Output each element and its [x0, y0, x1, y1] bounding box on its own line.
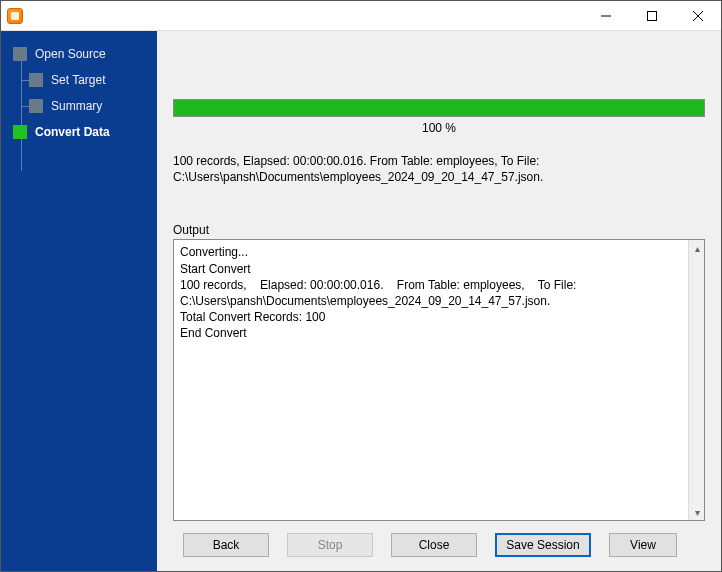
- step-box-icon: [29, 99, 43, 113]
- save-session-button[interactable]: Save Session: [495, 533, 591, 557]
- scroll-up-icon[interactable]: ▴: [689, 240, 705, 256]
- progress-bar: [173, 99, 705, 117]
- main-panel: 100 % 100 records, Elapsed: 00:00:00.016…: [157, 31, 721, 571]
- output-log[interactable]: Converting... Start Convert 100 records,…: [174, 240, 688, 520]
- maximize-button[interactable]: [629, 1, 675, 31]
- step-box-icon: [13, 125, 27, 139]
- output-box: Converting... Start Convert 100 records,…: [173, 239, 705, 521]
- button-row: Back Stop Close Save Session View: [165, 521, 713, 563]
- minimize-button[interactable]: [583, 1, 629, 31]
- step-label: Open Source: [35, 47, 106, 61]
- step-summary[interactable]: Summary: [1, 93, 157, 119]
- titlebar: [1, 1, 721, 31]
- step-set-target[interactable]: Set Target: [1, 67, 157, 93]
- stop-button: Stop: [287, 533, 373, 557]
- step-box-icon: [13, 47, 27, 61]
- back-button[interactable]: Back: [183, 533, 269, 557]
- view-button[interactable]: View: [609, 533, 677, 557]
- close-button[interactable]: [675, 1, 721, 31]
- step-label: Summary: [51, 99, 102, 113]
- step-convert-data[interactable]: Convert Data: [1, 119, 157, 145]
- progress-percent: 100 %: [173, 121, 705, 135]
- step-label: Set Target: [51, 73, 105, 87]
- step-label: Convert Data: [35, 125, 110, 139]
- wizard-sidebar: Open Source Set Target Summary Convert D…: [1, 31, 157, 571]
- close-dialog-button[interactable]: Close: [391, 533, 477, 557]
- step-box-icon: [29, 73, 43, 87]
- scroll-down-icon[interactable]: ▾: [689, 504, 705, 520]
- scrollbar[interactable]: ▴ ▾: [688, 240, 704, 520]
- window-controls: [583, 1, 721, 31]
- app-icon: [7, 8, 23, 24]
- step-open-source[interactable]: Open Source: [1, 41, 157, 67]
- output-label: Output: [173, 223, 705, 237]
- svg-rect-1: [648, 11, 657, 20]
- status-text: 100 records, Elapsed: 00:00:00.016. From…: [173, 153, 705, 185]
